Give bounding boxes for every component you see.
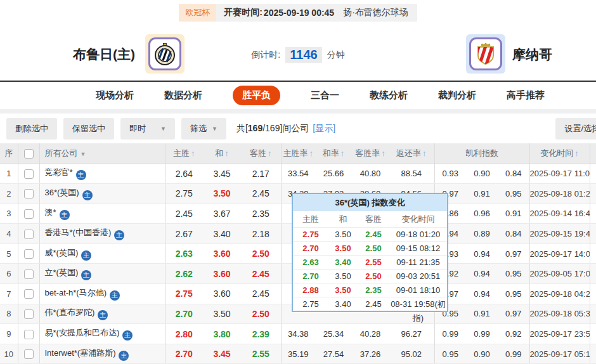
draw-odds[interactable]: 3.80 bbox=[203, 324, 241, 344]
company-name[interactable]: 竞彩官*主 bbox=[39, 164, 165, 184]
sort-up-icon: ↑ bbox=[574, 148, 579, 158]
nav-tab[interactable]: 胜平负 bbox=[233, 86, 280, 105]
popup-header: 和 bbox=[328, 211, 358, 227]
away-rate: 40.28 bbox=[352, 324, 389, 344]
kelly-index: 0.95 bbox=[434, 344, 466, 364]
draw-odds[interactable]: 3.67 bbox=[203, 204, 241, 224]
company-name[interactable]: 36*(英国)主 bbox=[39, 184, 165, 204]
home-odds[interactable]: 2.64 bbox=[165, 164, 203, 184]
nav-tab[interactable]: 教练分析 bbox=[370, 89, 408, 101]
header-draw-odds[interactable]: 和↑ bbox=[203, 143, 241, 164]
show-link[interactable]: [显示] bbox=[313, 123, 335, 134]
time-filter-value: 即时 bbox=[129, 123, 146, 134]
company-count-selected: 169 bbox=[248, 123, 262, 133]
delete-selected-button[interactable]: 删除选中 bbox=[6, 118, 57, 140]
draw-odds[interactable]: 3.40 bbox=[203, 224, 241, 244]
row-checkbox[interactable] bbox=[24, 249, 34, 259]
draw-odds[interactable]: 3.60 bbox=[203, 264, 241, 284]
away-odds[interactable]: 2.35 bbox=[241, 204, 281, 224]
header-change-time[interactable]: 变化时间↑ bbox=[529, 143, 590, 164]
away-odds[interactable]: 2.55 bbox=[241, 344, 281, 364]
home-rate: 34.38 bbox=[281, 324, 315, 344]
kelly-index: 0.90 bbox=[466, 344, 498, 364]
company-name[interactable]: 威*(英国)主 bbox=[39, 244, 165, 264]
nav-tab[interactable]: 数据分析 bbox=[164, 89, 202, 101]
filter-select[interactable]: 筛选 ▼ bbox=[181, 118, 226, 140]
select-all-checkbox[interactable] bbox=[24, 149, 34, 159]
popup-header: 客胜 bbox=[358, 211, 389, 227]
nav-tab[interactable]: 现场分析 bbox=[96, 89, 134, 101]
company-name[interactable]: 立*(英国)主 bbox=[39, 264, 165, 284]
kelly-index: 0.95 bbox=[498, 264, 529, 284]
row-checkbox[interactable] bbox=[24, 330, 34, 339]
row-select-cell bbox=[18, 224, 39, 244]
row-checkbox[interactable] bbox=[24, 169, 34, 179]
company-name[interactable]: 易*(安提瓜和巴布达)主 bbox=[39, 324, 165, 344]
row-checkbox[interactable] bbox=[24, 289, 34, 299]
draw-odds[interactable]: 3.60 bbox=[203, 244, 241, 264]
home-odds[interactable]: 2.63 bbox=[165, 244, 203, 264]
home-odds[interactable]: 2.45 bbox=[165, 204, 203, 224]
nav-tab[interactable]: 高手推荐 bbox=[507, 89, 545, 101]
header-draw-rate[interactable]: 和率↑ bbox=[315, 143, 352, 164]
header-away-odds[interactable]: 客胜↑ bbox=[241, 143, 281, 164]
home-badge-icon: 主 bbox=[114, 230, 124, 240]
row-checkbox[interactable] bbox=[24, 189, 34, 198]
nav-tab[interactable]: 三合一 bbox=[311, 89, 339, 101]
row-checkbox[interactable] bbox=[24, 230, 34, 239]
row-index: 10 bbox=[0, 344, 18, 364]
header-home-odds[interactable]: 主胜↑ bbox=[165, 143, 203, 164]
settings-button[interactable]: 设置/选择 bbox=[555, 118, 596, 140]
company-name[interactable]: 香港马*(中国香港)主 bbox=[39, 224, 165, 244]
change-time: 2025-09-18 01:21 bbox=[529, 184, 590, 204]
row-checkbox[interactable] bbox=[24, 309, 34, 319]
away-odds[interactable]: 2.50 bbox=[241, 244, 281, 264]
draw-odds[interactable]: 3.60 bbox=[203, 284, 241, 304]
row-select-cell bbox=[18, 304, 39, 324]
draw-odds[interactable]: 3.50 bbox=[203, 184, 241, 204]
home-odds[interactable]: 2.62 bbox=[165, 264, 203, 284]
away-odds[interactable]: 2.39 bbox=[241, 324, 281, 344]
row-spacer bbox=[590, 224, 596, 244]
home-odds[interactable]: 2.75 bbox=[165, 184, 203, 204]
draw-odds[interactable]: 3.45 bbox=[203, 344, 241, 364]
away-odds[interactable]: 2.45 bbox=[241, 184, 281, 204]
sort-up-icon: ↑ bbox=[191, 148, 195, 158]
away-odds[interactable]: 2.18 bbox=[241, 224, 281, 244]
home-odds[interactable]: 2.70 bbox=[165, 304, 203, 324]
away-rate: 37.26 bbox=[352, 344, 389, 364]
time-filter-select[interactable]: 即时 ▼ bbox=[120, 118, 175, 140]
header-return-rate[interactable]: 返还率↑ bbox=[389, 143, 434, 164]
away-odds[interactable]: 2.17 bbox=[241, 164, 281, 184]
home-odds[interactable]: 2.70 bbox=[165, 344, 203, 364]
header-company[interactable]: 所有公司▼ bbox=[39, 143, 165, 164]
company-name[interactable]: 伟*(直布罗陀)主 bbox=[39, 304, 165, 324]
row-checkbox[interactable] bbox=[24, 349, 34, 359]
draw-odds[interactable]: 3.50 bbox=[203, 304, 241, 324]
away-odds[interactable]: 2.45 bbox=[241, 264, 281, 284]
change-time: 2025-09-18 05:38 bbox=[529, 304, 590, 324]
company-name[interactable]: 澳*主 bbox=[39, 204, 165, 224]
away-odds[interactable]: 2.50 bbox=[241, 304, 281, 324]
home-odds[interactable]: 2.67 bbox=[165, 224, 203, 244]
home-odds[interactable]: 2.75 bbox=[165, 284, 203, 304]
header-home-rate[interactable]: 主胜率↑ bbox=[281, 143, 315, 164]
popup-header: 主胜 bbox=[293, 211, 328, 227]
change-time: 2025-09-18 04:22 bbox=[529, 284, 590, 304]
company-name[interactable]: Interwet*(塞浦路斯)主 bbox=[39, 344, 165, 364]
home-odds[interactable]: 2.80 bbox=[165, 324, 203, 344]
nav-tab[interactable]: 裁判分析 bbox=[438, 89, 476, 101]
odds-comparison-page: 欧冠杯 开赛时间: 2025-09-19 00:45 扬·布雷德尔球场 布鲁日(… bbox=[0, 0, 596, 364]
keep-selected-button[interactable]: 保留选中 bbox=[63, 118, 114, 140]
row-checkbox[interactable] bbox=[24, 270, 34, 279]
row-checkbox[interactable] bbox=[24, 209, 34, 219]
kelly-index: 0.99 bbox=[466, 324, 498, 344]
draw-odds[interactable]: 3.45 bbox=[203, 164, 241, 184]
company-name[interactable]: bet-at-h*(马尔他)主 bbox=[39, 284, 165, 304]
match-info-bar: 欧冠杯 开赛时间: 2025-09-19 00:45 扬·布雷德尔球场 bbox=[0, 0, 596, 25]
away-odds[interactable]: 2.45 bbox=[241, 284, 281, 304]
header-away-rate[interactable]: 客胜率↑ bbox=[352, 143, 389, 164]
team-header: 布鲁日(主) 倒计时: 1146 分钟 bbox=[0, 25, 596, 81]
row-spacer bbox=[590, 304, 596, 324]
chevron-down-icon: ▼ bbox=[160, 126, 166, 132]
